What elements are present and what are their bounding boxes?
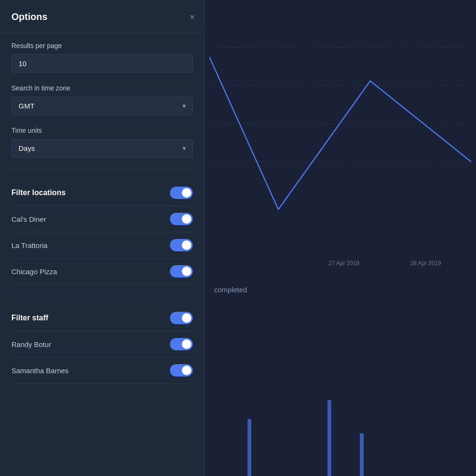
filter-locations-header: Filter locations bbox=[11, 179, 193, 206]
options-header: Options × bbox=[0, 0, 204, 32]
options-title: Options bbox=[11, 11, 48, 22]
cals-diner-slider bbox=[170, 213, 193, 225]
filter-staff-header: Filter staff bbox=[11, 304, 193, 331]
location-row-la-trattoria: La Trattoria bbox=[11, 232, 193, 258]
location-row-chicago-pizza: Chicago Pizza bbox=[11, 258, 193, 285]
staff-row-randy-botur: Randy Botur bbox=[11, 331, 193, 357]
close-button[interactable]: × bbox=[189, 13, 195, 21]
randy-botur-slider bbox=[170, 338, 193, 350]
filter-staff-slider bbox=[170, 312, 193, 324]
location-label-la-trattoria: La Trattoria bbox=[11, 241, 48, 249]
location-row-cals-diner: Cal's Diner bbox=[11, 206, 193, 232]
bar-1 bbox=[248, 419, 251, 476]
timezone-select[interactable]: GMT UTC EST PST bbox=[11, 97, 193, 115]
time-units-label: Time units bbox=[11, 127, 193, 134]
filter-staff-toggle[interactable] bbox=[170, 312, 193, 324]
bar-chart-area bbox=[205, 381, 476, 476]
completed-label: completed bbox=[214, 286, 247, 294]
results-per-page-input[interactable] bbox=[11, 54, 193, 73]
location-label-chicago-pizza: Chicago Pizza bbox=[11, 268, 57, 276]
line-chart-area: 27 Apr 2019 28 Apr 2019 bbox=[205, 0, 476, 276]
la-trattoria-slider bbox=[170, 239, 193, 251]
time-units-select-wrapper: Days Hours Minutes Weeks ▼ bbox=[11, 139, 193, 158]
cals-diner-toggle[interactable] bbox=[170, 213, 193, 225]
divider-1 bbox=[11, 169, 193, 169]
randy-botur-toggle[interactable] bbox=[170, 338, 193, 350]
date-label-2: 27 Apr 2019 bbox=[328, 260, 359, 267]
timezone-group: Search in time zone GMT UTC EST PST ▼ bbox=[11, 84, 193, 115]
filter-locations-section: Filter locations Cal's Diner La Trattori… bbox=[11, 179, 193, 285]
samantha-barnes-toggle[interactable] bbox=[170, 364, 193, 377]
la-trattoria-toggle[interactable] bbox=[170, 239, 193, 251]
line-chart-svg bbox=[209, 10, 471, 248]
staff-label-randy-botur: Randy Botur bbox=[11, 340, 51, 348]
location-label-cals-diner: Cal's Diner bbox=[11, 215, 46, 223]
time-units-select[interactable]: Days Hours Minutes Weeks bbox=[11, 139, 193, 158]
main-content: 27 Apr 2019 28 Apr 2019 completed bbox=[205, 0, 476, 476]
samantha-barnes-slider bbox=[170, 364, 193, 377]
results-per-page-group: Results per page bbox=[11, 42, 193, 73]
filter-locations-slider bbox=[170, 187, 193, 199]
timezone-select-wrapper: GMT UTC EST PST ▼ bbox=[11, 97, 193, 115]
filter-locations-toggle[interactable] bbox=[170, 187, 193, 199]
bar-3 bbox=[360, 433, 364, 476]
options-body: Results per page Search in time zone GMT… bbox=[0, 32, 204, 393]
time-units-group: Time units Days Hours Minutes Weeks ▼ bbox=[11, 127, 193, 158]
date-labels: 27 Apr 2019 28 Apr 2019 bbox=[205, 260, 476, 267]
chicago-pizza-toggle[interactable] bbox=[170, 265, 193, 278]
staff-row-samantha-barnes: Samantha Barnes bbox=[11, 357, 193, 384]
options-panel: Options × Results per page Search in tim… bbox=[0, 0, 205, 476]
bar-2 bbox=[327, 400, 331, 476]
timezone-label: Search in time zone bbox=[11, 84, 193, 92]
results-per-page-label: Results per page bbox=[11, 42, 193, 50]
date-label-3: 28 Apr 2019 bbox=[410, 260, 441, 267]
staff-label-samantha-barnes: Samantha Barnes bbox=[11, 367, 69, 375]
chicago-pizza-slider bbox=[170, 265, 193, 278]
filter-staff-section: Filter staff Randy Botur Samantha Barnes bbox=[11, 304, 193, 384]
filter-locations-title: Filter locations bbox=[11, 188, 66, 197]
filter-staff-title: Filter staff bbox=[11, 314, 48, 322]
divider-2 bbox=[11, 294, 193, 295]
